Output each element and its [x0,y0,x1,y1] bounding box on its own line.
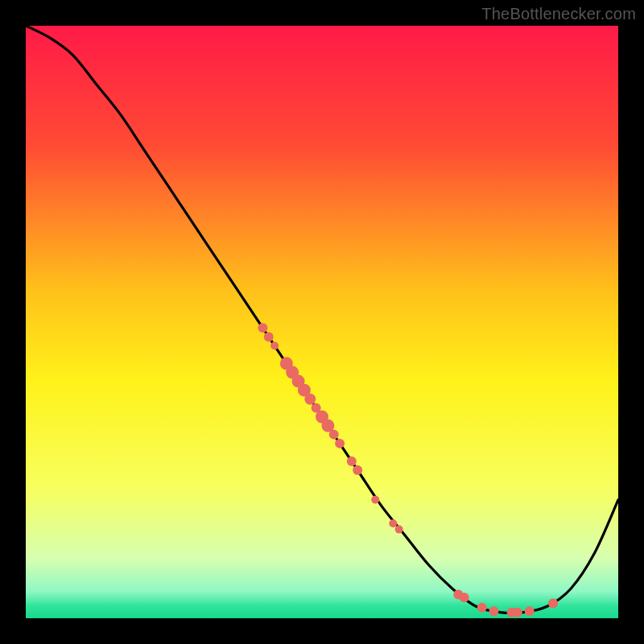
data-point [477,603,487,613]
chart-frame [26,26,618,618]
data-point [304,394,316,405]
data-point [329,430,339,440]
data-point [264,332,274,341]
data-point [389,519,397,527]
data-point [270,341,279,349]
data-point [347,456,357,466]
data-point [258,323,267,332]
data-point [335,439,345,448]
data-point [395,526,403,534]
bottleneck-chart [26,26,618,618]
data-point [489,606,498,616]
data-point [460,592,469,602]
gradient-background [26,26,618,618]
attribution-text: TheBottlenecker.com [481,5,636,23]
data-point [525,606,535,616]
data-point [548,599,558,609]
data-point [513,608,522,617]
data-point [371,496,379,504]
data-point [353,465,362,475]
